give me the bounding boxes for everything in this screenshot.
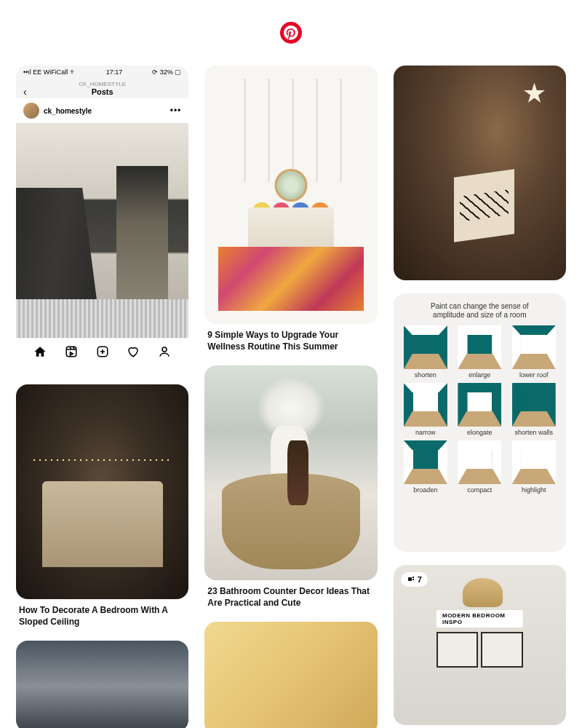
- ig-status-time: 17:17: [106, 68, 123, 76]
- pinterest-logo[interactable]: [280, 22, 302, 44]
- add-icon: [95, 344, 110, 359]
- collection-badge: 7: [401, 572, 428, 587]
- ig-back-icon: ‹: [23, 86, 27, 98]
- collection-icon: [407, 575, 415, 584]
- pin-image: 7 MODERN BEDROOM INSPO: [394, 565, 566, 725]
- ig-status-battery: ⟳ 32% ▢: [152, 68, 181, 76]
- info-label: lower roof: [519, 371, 549, 379]
- ig-header: ‹ CK_HOMESTYLE Posts: [16, 79, 188, 98]
- grid-column-3: Paint can change the sense of amplitude …: [394, 66, 566, 728]
- pin-card[interactable]: ••ıl EE WiFiCall ᯤ 17:17 ⟳ 32% ▢ ‹ CK_HO…: [16, 66, 188, 371]
- infographic-grid: shorten enlarge lower roof narrow elonga…: [401, 325, 559, 494]
- ig-account-name: CK_HOMESTYLE: [16, 81, 188, 87]
- heart-icon: [126, 344, 140, 359]
- pin-card[interactable]: How To Decorate A Bedroom With A Sloped …: [16, 384, 188, 628]
- pin-grid: ••ıl EE WiFiCall ᯤ 17:17 ⟳ 32% ▢ ‹ CK_HO…: [0, 66, 582, 728]
- app-header: [0, 0, 582, 66]
- info-label: enlarge: [469, 371, 490, 379]
- ig-post-image: [16, 123, 188, 338]
- pin-image: [394, 66, 566, 280]
- more-icon: •••: [170, 106, 182, 116]
- info-label: broaden: [413, 486, 437, 494]
- overlay-text: MODERN BEDROOM INSPO: [436, 610, 523, 628]
- svg-point-2: [162, 347, 167, 352]
- info-label: narrow: [415, 429, 436, 436]
- pin-image: [204, 622, 377, 728]
- pin-card[interactable]: [394, 66, 566, 280]
- pin-title: 9 Simple Ways to Upgrade Your Wellness R…: [204, 330, 377, 352]
- ig-post-header: ck_homestyle •••: [16, 98, 188, 123]
- profile-icon: [157, 344, 172, 359]
- pin-image: Paint can change the sense of amplitude …: [394, 293, 566, 552]
- collection-count: 7: [418, 575, 422, 584]
- home-icon: [33, 344, 47, 359]
- ig-page-title: Posts: [16, 87, 188, 96]
- pinterest-icon: [284, 25, 298, 40]
- info-label: highlight: [522, 486, 546, 494]
- infographic-title: Paint can change the sense of amplitude …: [401, 301, 559, 325]
- pin-image: [16, 641, 188, 728]
- ig-user: ck_homestyle: [23, 103, 92, 119]
- pin-card[interactable]: 9 Simple Ways to Upgrade Your Wellness R…: [204, 66, 377, 352]
- ig-status-bar: ••ıl EE WiFiCall ᯤ 17:17 ⟳ 32% ▢: [16, 66, 188, 79]
- pin-card[interactable]: Paint can change the sense of amplitude …: [394, 293, 566, 552]
- grid-column-2: 9 Simple Ways to Upgrade Your Wellness R…: [204, 66, 377, 728]
- pin-image: [204, 66, 377, 324]
- ig-nav-bar: [16, 338, 188, 365]
- pin-card[interactable]: [204, 622, 377, 728]
- grid-column-1: ••ıl EE WiFiCall ᯤ 17:17 ⟳ 32% ▢ ‹ CK_HO…: [16, 66, 188, 728]
- reels-icon: [64, 344, 79, 359]
- info-label: compact: [467, 486, 492, 494]
- pin-image: [16, 384, 188, 599]
- ig-status-carrier: ••ıl EE WiFiCall ᯤ: [23, 68, 76, 76]
- info-label: elongate: [467, 429, 493, 436]
- pin-image: ••ıl EE WiFiCall ᯤ 17:17 ⟳ 32% ▢ ‹ CK_HO…: [16, 66, 188, 371]
- pin-title: 23 Bathroom Counter Decor Ideas That Are…: [204, 586, 377, 609]
- info-label: shorten: [415, 371, 436, 379]
- avatar: [23, 103, 39, 119]
- ig-username: ck_homestyle: [44, 107, 92, 115]
- pin-image: [204, 365, 377, 580]
- info-label: shorten walls: [514, 429, 553, 436]
- pin-title: How To Decorate A Bedroom With A Sloped …: [16, 605, 188, 628]
- pin-card[interactable]: [16, 641, 188, 728]
- pin-card[interactable]: 23 Bathroom Counter Decor Ideas That Are…: [204, 365, 377, 609]
- pin-card[interactable]: 7 MODERN BEDROOM INSPO: [394, 565, 566, 725]
